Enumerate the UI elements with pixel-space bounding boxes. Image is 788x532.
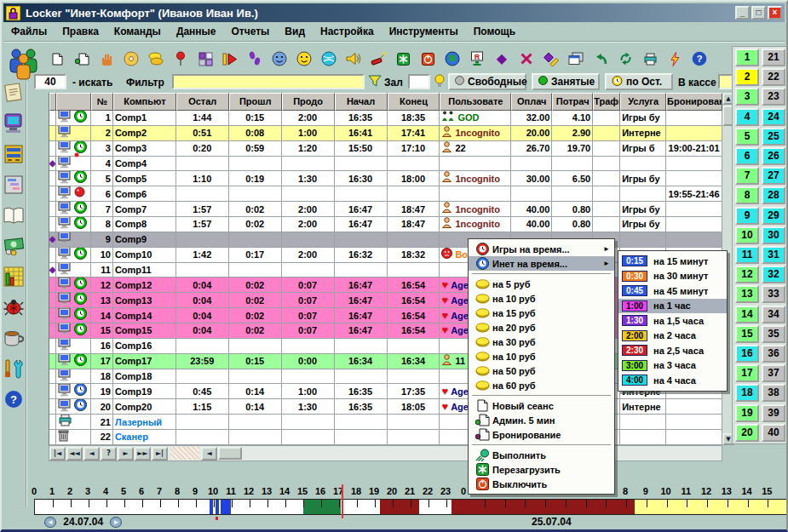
next-day-icon[interactable]: ► — [110, 517, 122, 528]
computer-button-14[interactable]: 14 — [735, 306, 759, 323]
computer-button-17[interactable]: 17 — [735, 364, 759, 382]
dynamite-icon[interactable] — [368, 49, 388, 69]
column-header[interactable]: Конец — [388, 93, 440, 111]
context-menu-item[interactable]: Бронирование — [469, 427, 614, 442]
by-rest-button[interactable]: по Ост. — [605, 73, 673, 90]
menu-item-8[interactable]: Инструменты — [382, 23, 466, 40]
context-menu-item[interactable]: на 50 руб — [469, 363, 614, 378]
globe-icon[interactable] — [442, 49, 463, 69]
menu-item-3[interactable]: Команды — [106, 23, 169, 40]
computer-button-28[interactable]: 28 — [762, 186, 785, 204]
column-header[interactable]: Потрач — [552, 93, 593, 111]
submenu-item[interactable]: 2:00на 2 часа — [618, 329, 727, 344]
minimize-button[interactable]: _ — [735, 6, 750, 20]
computer-button-35[interactable]: 35 — [762, 325, 785, 343]
edit-diamond-icon[interactable] — [541, 49, 561, 69]
submenu-item[interactable]: 0:30на 30 минут — [618, 269, 727, 284]
face-yellow-icon[interactable] — [294, 49, 314, 69]
table-row[interactable]: 8Comp81:570:022:0016:4718:471ncognito40.… — [49, 217, 722, 232]
context-menu-item[interactable]: на 5 руб — [469, 277, 614, 291]
submenu-item[interactable]: 2:30на 2,5 часа — [618, 343, 727, 358]
computer-button-21[interactable]: 21 — [762, 49, 785, 66]
computer-button-30[interactable]: 30 — [762, 226, 785, 244]
nav-button-3[interactable]: ◄ — [83, 447, 100, 460]
column-header[interactable]: № — [91, 93, 113, 111]
refresh-icon[interactable] — [615, 49, 636, 69]
menu-item-2[interactable]: Правка — [55, 23, 106, 40]
table-row[interactable]: 21Лазерный — [49, 415, 722, 430]
table-row[interactable]: 22Сканер — [49, 430, 722, 445]
context-menu-item[interactable]: Выключить — [469, 477, 614, 491]
nav-button-5[interactable]: ► — [118, 447, 134, 460]
plan-icon[interactable] — [3, 174, 25, 196]
context-menu-item[interactable]: Игры на время...► — [469, 242, 614, 256]
table-row[interactable]: ◆4Comp4 — [49, 157, 722, 172]
context-menu-item[interactable]: Перезагрузить — [469, 462, 614, 477]
column-header[interactable]: Трафи — [593, 93, 620, 111]
computer-button-1[interactable]: 1 — [735, 49, 759, 66]
computer-button-34[interactable]: 34 — [762, 306, 785, 323]
computer-button-13[interactable]: 13 — [735, 285, 759, 303]
nav-button-6[interactable]: ►► — [135, 447, 151, 460]
context-menu-item[interactable]: Новый сеанс — [469, 398, 614, 413]
column-header[interactable]: Пользовате — [440, 93, 511, 111]
column-header[interactable]: Бронирован — [666, 93, 722, 111]
context-menu-item[interactable]: Выполнить — [469, 448, 614, 462]
lamp-icon[interactable] — [434, 74, 445, 91]
remote-r-icon[interactable]: R — [467, 49, 487, 69]
table-row[interactable]: 20Comp201:150:141:3016:3518:05♥Agent 007… — [49, 399, 722, 415]
context-menu-item[interactable]: на 15 руб — [469, 306, 614, 320]
menu-item-4[interactable]: Данные — [169, 23, 224, 40]
timeline-day2-bar[interactable] — [463, 499, 788, 515]
menu-item-7[interactable]: Настройка — [313, 23, 382, 40]
context-menu-item[interactable]: на 30 руб — [469, 335, 614, 349]
computer-button-20[interactable]: 20 — [735, 424, 759, 442]
notes-icon[interactable] — [3, 82, 25, 104]
context-menu-item[interactable]: Админ. 5 мин — [469, 413, 614, 427]
maximize-button[interactable]: □ — [751, 6, 766, 20]
computer-button-36[interactable]: 36 — [762, 345, 785, 363]
hand-icon[interactable] — [96, 49, 117, 69]
table-row[interactable]: ◆9Comp9 — [49, 232, 722, 248]
computer-button-33[interactable]: 33 — [762, 285, 785, 303]
hall-field[interactable] — [408, 74, 430, 89]
speaker-icon[interactable] — [343, 49, 364, 69]
computer-button-7[interactable]: 7 — [735, 167, 759, 185]
computer-button-22[interactable]: 22 — [762, 68, 785, 86]
computer-button-31[interactable]: 31 — [762, 246, 785, 264]
table-row[interactable]: 2Comp20:510:081:0016:4117:411ncognito20.… — [49, 126, 722, 141]
nav-button-1[interactable]: |◄ — [49, 447, 66, 460]
computer-button-8[interactable]: 8 — [735, 186, 759, 204]
context-menu-item[interactable]: Инет на время...► — [469, 256, 614, 271]
computer-button-6[interactable]: 6 — [735, 147, 759, 165]
coffee-icon[interactable] — [3, 327, 25, 349]
filter-input[interactable] — [172, 74, 365, 89]
help2-icon[interactable]: ? — [3, 388, 25, 410]
server-icon[interactable] — [3, 143, 25, 165]
coins-icon[interactable] — [146, 49, 166, 69]
busy-computers-button[interactable]: Занятые — [532, 73, 600, 90]
computer-button-39[interactable]: 39 — [762, 404, 785, 422]
search-count-field[interactable] — [34, 74, 66, 89]
context-menu-item[interactable]: на 60 руб — [469, 378, 614, 392]
power-icon[interactable] — [417, 49, 438, 69]
stats-icon[interactable] — [3, 266, 25, 288]
computer-button-10[interactable]: 10 — [735, 226, 759, 244]
lightning-icon[interactable] — [664, 49, 685, 69]
nav-button-4[interactable]: ? — [101, 447, 117, 460]
h-scroll-thumb[interactable] — [218, 447, 242, 460]
face-blue-icon[interactable] — [269, 49, 290, 69]
windows-icon[interactable] — [566, 49, 586, 69]
computer-button-4[interactable]: 4 — [735, 108, 759, 126]
reboot-icon[interactable] — [393, 49, 413, 69]
nav-button-7[interactable]: ►| — [152, 447, 168, 460]
tools-icon[interactable] — [3, 358, 25, 380]
money-icon[interactable] — [3, 235, 25, 257]
footsteps-icon[interactable] — [244, 49, 265, 69]
column-header[interactable]: Остал — [176, 93, 229, 111]
computer-button-3[interactable]: 3 — [735, 88, 759, 106]
computer-button-32[interactable]: 32 — [762, 266, 785, 283]
computer-button-15[interactable]: 15 — [735, 325, 759, 343]
printer-icon[interactable] — [640, 49, 660, 69]
computer-button-12[interactable]: 12 — [735, 266, 759, 283]
